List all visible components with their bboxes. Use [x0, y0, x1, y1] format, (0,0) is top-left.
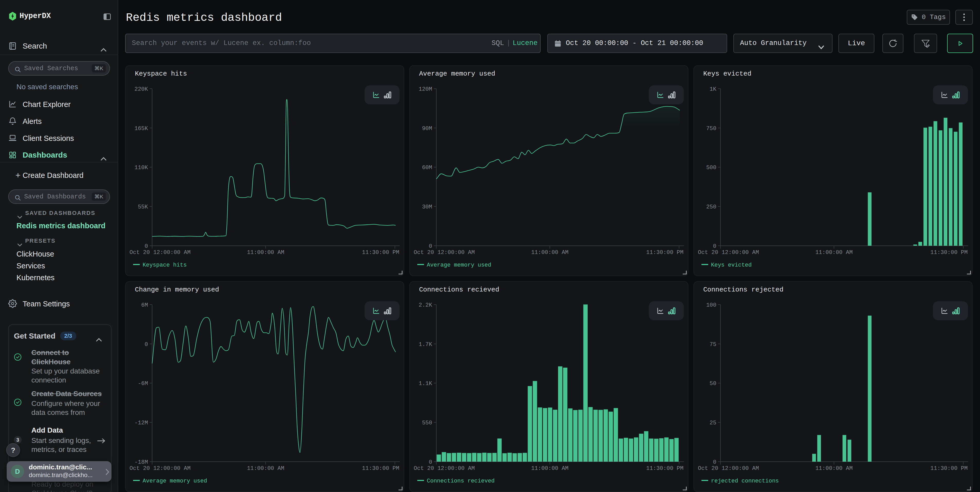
- svg-text:11:30:00 PM: 11:30:00 PM: [646, 465, 684, 472]
- svg-text:11:30:00 PM: 11:30:00 PM: [362, 465, 399, 472]
- svg-text:25: 25: [710, 420, 716, 426]
- svg-text:11:30:00 PM: 11:30:00 PM: [931, 465, 968, 472]
- svg-text:11:00:00 AM: 11:00:00 AM: [531, 249, 568, 256]
- svg-text:11:00:00 AM: 11:00:00 AM: [815, 465, 853, 472]
- svg-text:11:30:00 PM: 11:30:00 PM: [931, 249, 968, 256]
- svg-text:Average memory used: Average memory used: [143, 478, 207, 484]
- svg-text:0: 0: [145, 243, 148, 250]
- svg-text:0: 0: [429, 459, 432, 465]
- svg-text:Oct 20 12:00:00 AM: Oct 20 12:00:00 AM: [129, 465, 191, 472]
- svg-text:50: 50: [710, 381, 716, 387]
- svg-text:75: 75: [710, 341, 716, 348]
- svg-text:Average memory used: Average memory used: [427, 262, 491, 268]
- svg-text:0: 0: [713, 459, 716, 465]
- svg-text:550: 550: [422, 420, 432, 426]
- svg-text:11:30:00 PM: 11:30:00 PM: [646, 249, 684, 256]
- svg-text:Keys evicted: Keys evicted: [711, 262, 752, 268]
- svg-text:165K: 165K: [134, 126, 148, 132]
- svg-text:11:00:00 AM: 11:00:00 AM: [247, 249, 284, 256]
- svg-text:220K: 220K: [134, 86, 148, 92]
- svg-text:100: 100: [706, 302, 716, 309]
- svg-text:Oct 20 12:00:00 AM: Oct 20 12:00:00 AM: [129, 249, 191, 256]
- svg-text:Keyspace hits: Keyspace hits: [143, 262, 187, 268]
- svg-text:11:00:00 AM: 11:00:00 AM: [531, 465, 568, 472]
- svg-text:110K: 110K: [134, 164, 148, 171]
- svg-text:1.7K: 1.7K: [418, 341, 433, 348]
- svg-text:Connections recieved: Connections recieved: [427, 478, 495, 484]
- svg-text:11:00:00 AM: 11:00:00 AM: [815, 249, 853, 256]
- svg-text:0: 0: [145, 341, 148, 348]
- svg-text:2.2K: 2.2K: [418, 302, 433, 309]
- svg-text:90M: 90M: [422, 126, 432, 132]
- svg-text:0: 0: [713, 243, 716, 250]
- svg-text:-6M: -6M: [138, 381, 148, 387]
- svg-text:120M: 120M: [418, 86, 432, 92]
- svg-text:60M: 60M: [422, 164, 432, 171]
- svg-text:1.1K: 1.1K: [418, 381, 433, 387]
- svg-text:6M: 6M: [141, 302, 148, 309]
- svg-text:750: 750: [706, 126, 716, 132]
- svg-text:0: 0: [429, 243, 432, 250]
- svg-text:-18M: -18M: [134, 459, 148, 465]
- svg-text:Oct 20 12:00:00 AM: Oct 20 12:00:00 AM: [698, 465, 759, 472]
- svg-text:500: 500: [706, 164, 716, 171]
- svg-text:11:30:00 PM: 11:30:00 PM: [362, 249, 399, 256]
- svg-text:11:00:00 AM: 11:00:00 AM: [247, 465, 284, 472]
- svg-text:Oct 20 12:00:00 AM: Oct 20 12:00:00 AM: [414, 465, 475, 472]
- svg-text:Oct 20 12:00:00 AM: Oct 20 12:00:00 AM: [414, 249, 475, 256]
- svg-text:-12M: -12M: [134, 420, 148, 426]
- svg-text:rejected connections: rejected connections: [711, 478, 779, 484]
- svg-text:30M: 30M: [422, 204, 432, 210]
- svg-text:Oct 20 12:00:00 AM: Oct 20 12:00:00 AM: [698, 249, 759, 256]
- svg-text:250: 250: [706, 204, 716, 210]
- svg-text:1K: 1K: [710, 86, 717, 92]
- svg-text:55K: 55K: [138, 204, 148, 210]
